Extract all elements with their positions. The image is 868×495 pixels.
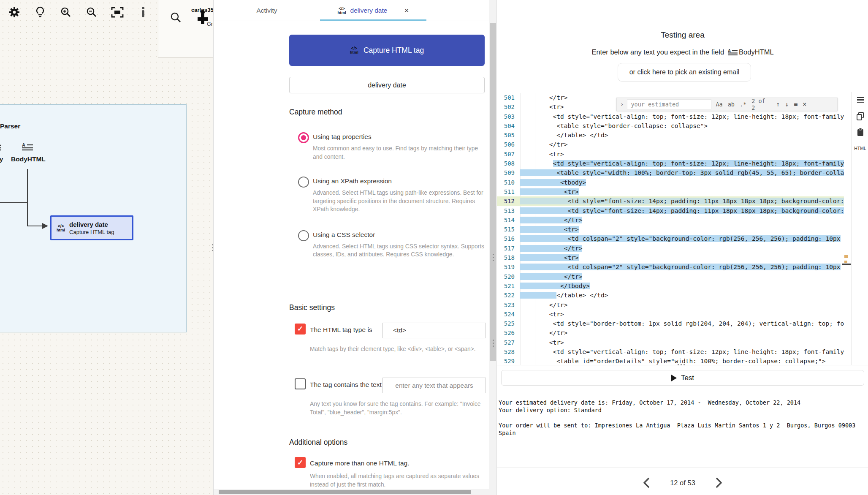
zoom-in-icon — [60, 7, 71, 19]
test-button-label: Test — [681, 374, 694, 382]
line-number: 502 — [497, 102, 515, 112]
zoom-in-button[interactable] — [60, 7, 72, 19]
field-node-truncated[interactable]: y — [0, 144, 6, 163]
capture-html-tag-button[interactable]: </>html Capture HTML tag — [289, 35, 485, 66]
checkbox-checked-icon[interactable]: ✓ — [295, 324, 306, 335]
field-node-label: BodyHTML — [11, 155, 44, 163]
scrollbar-thumb[interactable] — [219, 490, 471, 494]
radio-unselected-icon[interactable] — [298, 230, 309, 241]
html-source-editor[interactable]: 501 </tr>502 <tr>503 <td style="vertical… — [497, 93, 844, 365]
code-line[interactable]: 514 </tr> — [497, 215, 844, 225]
previous-email-button[interactable] — [642, 477, 651, 488]
field-node-delivery-date[interactable]: </>html delivery date Capture HTML tag — [50, 215, 133, 240]
next-email-button[interactable] — [715, 477, 723, 488]
field-name-input[interactable] — [289, 77, 485, 93]
gear-button[interactable] — [8, 7, 20, 19]
radio-selected-icon[interactable] — [298, 132, 309, 143]
search-icon[interactable] — [170, 12, 182, 24]
close-find-icon[interactable]: × — [802, 101, 807, 108]
code-line[interactable]: 527 <tr> — [497, 338, 844, 347]
capture-button-label: Capture HTML tag — [363, 46, 424, 55]
code-line[interactable]: 517 </tr> — [497, 244, 844, 253]
code-line[interactable]: 507 <tr> — [497, 150, 844, 159]
line-number: 522 — [497, 291, 515, 300]
test-button[interactable]: Test — [501, 370, 864, 386]
find-in-selection-icon[interactable]: ≡ — [793, 101, 798, 108]
code-line[interactable]: 512 <td style="font-size: 14px; padding:… — [497, 196, 844, 206]
line-number: 509 — [497, 168, 515, 177]
scrollbar-thumb[interactable] — [490, 23, 496, 361]
setting-value-input[interactable] — [382, 378, 486, 393]
regex-icon[interactable]: .* — [739, 101, 747, 108]
format-label: HTML — [852, 140, 868, 156]
email-pagination: 12 of 53 — [497, 472, 868, 493]
code-line[interactable]: 528 <td style="vertical-align: top; font… — [497, 347, 844, 356]
radio-unselected-icon[interactable] — [298, 177, 309, 188]
code-line[interactable]: 515 <tr> — [497, 225, 844, 234]
line-number: 512 — [497, 196, 515, 206]
find-input[interactable]: your estimated — [627, 99, 711, 109]
setting-value-input[interactable] — [382, 323, 486, 338]
code-line[interactable]: 516 <td colspan="2" style="background-co… — [497, 234, 844, 243]
code-line[interactable]: 524 <tr> — [497, 310, 844, 319]
panel-resize-handle[interactable] — [493, 254, 494, 261]
vertical-scrollbar[interactable] — [489, 0, 496, 489]
code-line[interactable]: 508 <td style="vertical-align: top; font… — [497, 159, 844, 168]
fit-screen-button[interactable] — [111, 7, 123, 19]
line-number: 511 — [497, 187, 515, 196]
code-line[interactable]: 529 <table id="orderDetails" style="widt… — [497, 356, 844, 365]
capture-method-option[interactable]: Using tag propertiesMost common and easy… — [289, 131, 485, 161]
code-line[interactable]: 518 <tr> — [497, 253, 844, 262]
code-line[interactable]: 522 </table> </td> — [497, 291, 844, 300]
checkbox-checked-icon[interactable]: ✓ — [295, 457, 306, 468]
code-line[interactable]: 519 <td colspan="2" style="background-co… — [497, 262, 844, 272]
info-button[interactable] — [137, 7, 149, 19]
code-line[interactable]: 523 </tr> — [497, 300, 844, 310]
app-root: Parser y A BodyHTML — [0, 0, 868, 495]
zoom-out-button[interactable] — [86, 7, 98, 19]
email-source-card[interactable]: carlos35 Gma — [158, 0, 213, 58]
lightbulb-button[interactable] — [34, 7, 46, 19]
find-widget: › your estimated Aa ab .* 2 of 2 ↑ ↓ ≡ × — [616, 98, 838, 111]
line-number: 506 — [497, 140, 515, 149]
additional-options-heading: Additional options — [289, 438, 485, 447]
checkbox-unchecked-icon[interactable] — [295, 378, 306, 389]
code-line[interactable]: 511 <tr> — [497, 187, 844, 196]
code-line[interactable]: 525 <td style="border-bottom: 1px solid … — [497, 319, 844, 328]
paste-button[interactable] — [852, 124, 868, 140]
find-expand-icon[interactable]: › — [620, 101, 624, 108]
field-node-bodyhtml[interactable]: A BodyHTML — [11, 143, 44, 163]
code-line[interactable]: 509 <table style="width: 100%; border-to… — [497, 168, 844, 177]
code-line[interactable]: 510 <tbody> — [497, 178, 844, 187]
code-line[interactable]: 513 <td style="font-size: 14px; padding:… — [497, 206, 844, 215]
panel-resize-handle[interactable] — [678, 364, 685, 365]
code-line[interactable]: 520 </tr> — [497, 272, 844, 281]
whole-word-icon[interactable]: ab — [727, 101, 735, 108]
code-line[interactable]: 504 <table style="border-collapse: colla… — [497, 121, 844, 131]
find-previous-icon[interactable]: ↑ — [775, 101, 781, 108]
code-line[interactable]: 526 </tr> — [497, 328, 844, 337]
capture-method-option[interactable]: Using an XPath expressionAdvanced. Selec… — [289, 176, 485, 214]
horizontal-scrollbar[interactable] — [214, 489, 496, 495]
menu-button[interactable] — [852, 92, 868, 108]
code-line[interactable]: 503 <td style="vertical-align: top; font… — [497, 112, 844, 121]
pick-existing-email-button[interactable]: or click here to pick an existing email — [618, 63, 751, 82]
code-line[interactable]: 521 </tbody> — [497, 281, 844, 291]
additional-option-row: ✓Capture more than one HTML tag.When ena… — [289, 456, 485, 489]
panel-resize-handle[interactable] — [493, 340, 494, 347]
diagram-canvas[interactable]: Parser y A BodyHTML — [0, 0, 213, 495]
line-number: 505 — [497, 131, 515, 140]
code-line[interactable]: 506 </tr> — [497, 140, 844, 149]
panel-resize-handle[interactable] — [212, 244, 213, 251]
code-line[interactable]: 505 </table> </td> — [497, 131, 844, 140]
play-icon — [671, 375, 677, 381]
find-next-icon[interactable]: ↓ — [784, 101, 789, 108]
capture-method-option[interactable]: Using a CSS selectorAdvanced. Select HTM… — [289, 229, 485, 259]
html-tag-icon: </>html — [57, 224, 65, 232]
line-number: 523 — [497, 300, 515, 310]
find-match-ruler-mark — [844, 261, 847, 263]
match-case-icon[interactable]: Aa — [715, 101, 723, 108]
line-number: 501 — [497, 93, 515, 102]
text-field-icon: A — [728, 49, 738, 56]
copy-button[interactable] — [852, 108, 868, 124]
